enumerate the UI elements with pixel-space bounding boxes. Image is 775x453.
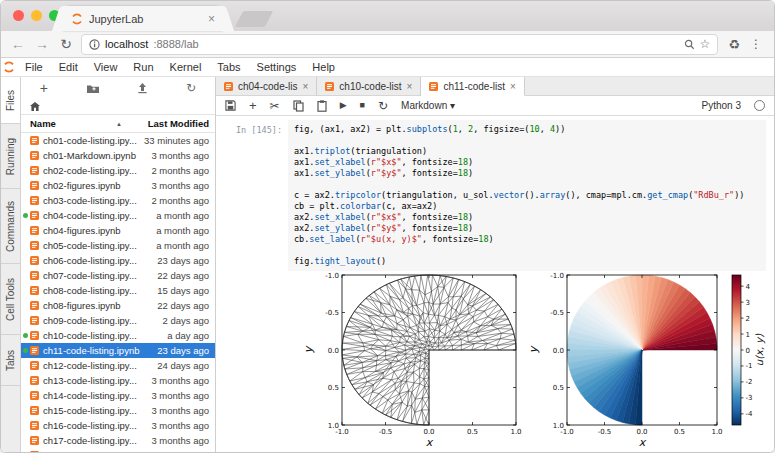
notebook-file-icon [30, 271, 39, 280]
file-row[interactable]: ch04-figures.ipynba month ago [21, 223, 215, 238]
code-line: ax1.set_xlabel(r"$x$", fontsize=18) [294, 157, 760, 168]
bookmark-star-icon[interactable]: ☆ [700, 37, 711, 51]
cut-cell-icon[interactable]: ✂ [270, 100, 280, 112]
code-editor[interactable]: fig, (ax1, ax2) = plt.subplots(1, 2, fig… [288, 120, 766, 271]
save-icon[interactable] [225, 100, 236, 111]
tab-close-icon[interactable]: × [407, 81, 413, 92]
refresh-files-button[interactable]: ↻ [186, 82, 196, 94]
file-row[interactable]: ch06-code-listing.ipy...23 days ago [21, 253, 215, 268]
menu-view[interactable]: View [86, 61, 126, 73]
notebook-file-icon [30, 361, 39, 370]
file-row[interactable]: ch02-code-listing.ipy...2 months ago [21, 163, 215, 178]
file-modified: a month ago [156, 210, 209, 221]
svg-text:0.0: 0.0 [328, 347, 339, 355]
sidebar-tab-commands[interactable]: Commands [1, 189, 20, 264]
code-line: fig.tight_layout() [294, 256, 760, 267]
browser-tab[interactable]: JupyterLab × [63, 6, 223, 31]
tab-close-icon[interactable]: × [510, 81, 516, 92]
code-line: ax1.set_ylabel(r"$y$", fontsize=18) [294, 168, 760, 179]
file-row[interactable]: ch01-Markdown.ipynb3 months ago [21, 148, 215, 163]
sidebar-tab-cell-tools[interactable]: Cell Tools [1, 264, 20, 335]
file-row[interactable]: ch10-code-listing.ipy...a day ago [21, 328, 215, 343]
add-cell-icon[interactable]: + [249, 99, 257, 112]
file-row[interactable]: ch03-code-listing.ipy...2 months ago [21, 193, 215, 208]
sidebar-tab-files[interactable]: Files [1, 77, 20, 124]
run-cell-icon[interactable]: ▶ [340, 101, 347, 110]
file-row[interactable]: ch01-code-listing.ipy...33 minutes ago [21, 133, 215, 148]
file-row[interactable]: ch13-code-listing.ipy...3 months ago [21, 373, 215, 388]
url-bar[interactable]: localhost:8888/lab ☆ [81, 34, 718, 55]
minimize-window-button[interactable] [31, 10, 42, 21]
notebook-content[interactable]: In [145]: fig, (ax1, ax2) = plt.subplots… [216, 116, 774, 453]
paste-cell-icon[interactable] [317, 100, 327, 112]
file-row[interactable]: ch04-code-listing.ipy...a month ago [21, 208, 215, 223]
tab-close-icon[interactable]: × [208, 13, 215, 25]
file-row[interactable]: ch11-code-listing.ipynb23 days ago [21, 343, 215, 358]
file-row[interactable]: ch14-code-listing.ipy...3 months ago [21, 388, 215, 403]
notebook-file-icon [30, 151, 39, 160]
svg-text:0.5: 0.5 [674, 428, 685, 436]
sort-ascending-icon[interactable]: ▲ [116, 121, 148, 127]
extensions-icon[interactable]: ♻ [728, 37, 740, 52]
sidebar-tab-running[interactable]: Running [1, 124, 20, 189]
svg-text:x: x [639, 436, 647, 449]
code-cell[interactable]: In [145]: fig, (ax1, ax2) = plt.subplots… [216, 120, 774, 271]
forward-icon[interactable]: → [33, 37, 51, 51]
file-row[interactable]: ch09-code-listing.ipy...2 days ago [21, 313, 215, 328]
menu-help[interactable]: Help [304, 61, 343, 73]
notebook-file-icon [30, 241, 39, 250]
browser-menu-icon[interactable]: ⋮ [750, 37, 762, 51]
notebook-file-icon [30, 391, 39, 400]
file-row[interactable]: ch18-code-listing.ipy...3 months ago [21, 448, 215, 453]
file-row[interactable]: ch02-figures.ipynb3 months ago [21, 178, 215, 193]
file-row[interactable]: ch08-figures.ipynb22 days ago [21, 298, 215, 313]
new-folder-button[interactable] [86, 83, 100, 94]
doc-tab-ch10-code-list[interactable]: ch10-code-list× [317, 77, 421, 95]
home-icon[interactable] [30, 102, 40, 111]
main-dock-panel: ch04-code-lis×ch10-code-list×ch11-code-l… [216, 77, 774, 453]
file-row[interactable]: ch05-code-listing.ipy...a month ago [21, 238, 215, 253]
file-name: ch01-Markdown.ipynb [43, 150, 151, 161]
menu-edit[interactable]: Edit [51, 61, 86, 73]
file-row[interactable]: ch16-code-listing.ipy...3 months ago [21, 418, 215, 433]
file-row[interactable]: ch08-code-listing.ipy...15 days ago [21, 283, 215, 298]
file-row[interactable]: ch15-code-listing.ipy...3 months ago [21, 403, 215, 418]
menu-run[interactable]: Run [125, 61, 161, 73]
notebook-file-icon [224, 82, 233, 91]
column-name[interactable]: Name [30, 118, 116, 129]
menu-file[interactable]: File [17, 61, 51, 73]
file-modified: 3 months ago [151, 435, 209, 446]
restart-kernel-icon[interactable]: ↻ [378, 100, 388, 112]
doc-tab-ch04-code-lis[interactable]: ch04-code-lis× [216, 77, 317, 95]
sidebar-tab-tabs[interactable]: Tabs [1, 335, 20, 386]
column-last-modified[interactable]: Last Modified [148, 118, 209, 129]
upload-button[interactable] [137, 82, 148, 94]
file-row[interactable]: ch12-code-listing.ipy...24 days ago [21, 358, 215, 373]
copy-cell-icon[interactable] [293, 100, 304, 112]
file-modified: 23 days ago [157, 345, 209, 356]
stop-kernel-icon[interactable]: ■ [360, 101, 365, 110]
sidebar-tab-label: Tabs [5, 349, 16, 370]
tab-close-icon[interactable]: × [302, 81, 308, 92]
notebook-file-icon [30, 136, 39, 145]
file-modified: 3 months ago [151, 180, 209, 191]
cell-type-dropdown[interactable]: Markdown ▾ [401, 100, 455, 111]
file-row[interactable]: ch17-code-listing.ipy...3 months ago [21, 433, 215, 448]
colorbar-label: u(x, y) [754, 333, 766, 366]
menu-tabs[interactable]: Tabs [209, 61, 248, 73]
reload-icon[interactable]: ↻ [57, 37, 75, 51]
run-indicator-zone [21, 213, 30, 218]
file-list-header: Name ▲ Last Modified [21, 114, 215, 133]
menu-settings[interactable]: Settings [249, 61, 305, 73]
new-tab-button[interactable] [235, 11, 274, 27]
new-launcher-button[interactable]: + [40, 81, 48, 95]
svg-text:0.0: 0.0 [423, 428, 434, 436]
back-icon[interactable]: ← [9, 37, 27, 51]
close-window-button[interactable] [13, 10, 24, 21]
file-row[interactable]: ch07-code-listing.ipy...22 days ago [21, 268, 215, 283]
kernel-name[interactable]: Python 3 [702, 100, 741, 111]
menu-kernel[interactable]: Kernel [162, 61, 210, 73]
search-icon[interactable] [684, 39, 695, 50]
doc-tab-ch11-code-list[interactable]: ch11-code-list× [421, 77, 524, 96]
page-info-icon[interactable] [89, 39, 100, 50]
